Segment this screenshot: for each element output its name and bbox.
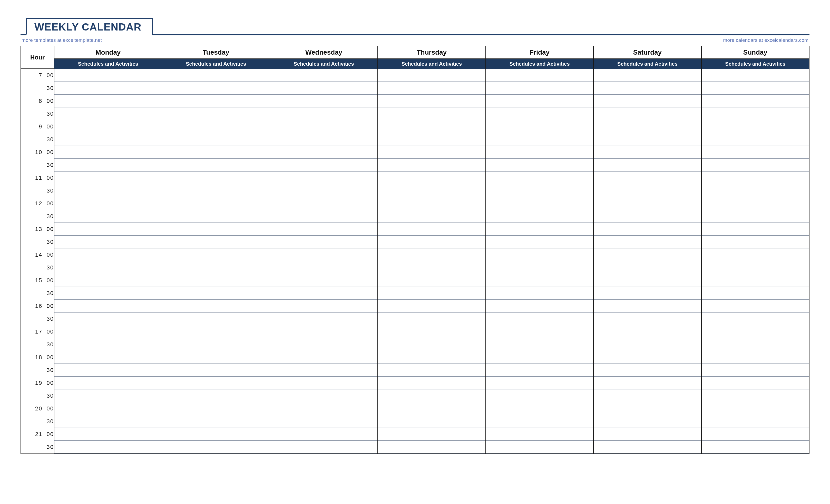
schedule-cell[interactable] — [486, 415, 594, 428]
schedule-cell[interactable] — [162, 274, 270, 287]
schedule-cell[interactable] — [701, 223, 809, 236]
schedule-cell[interactable] — [594, 120, 701, 133]
schedule-cell[interactable] — [162, 223, 270, 236]
schedule-cell[interactable] — [162, 133, 270, 146]
schedule-cell[interactable] — [594, 287, 701, 300]
schedule-cell[interactable] — [270, 402, 378, 415]
schedule-cell[interactable] — [270, 236, 378, 248]
schedule-cell[interactable] — [594, 441, 701, 454]
schedule-cell[interactable] — [54, 248, 162, 261]
schedule-cell[interactable] — [594, 82, 701, 95]
schedule-cell[interactable] — [162, 402, 270, 415]
schedule-cell[interactable] — [594, 146, 701, 159]
schedule-cell[interactable] — [270, 351, 378, 364]
schedule-cell[interactable] — [701, 287, 809, 300]
schedule-cell[interactable] — [701, 402, 809, 415]
schedule-cell[interactable] — [486, 338, 594, 351]
schedule-cell[interactable] — [270, 69, 378, 82]
schedule-cell[interactable] — [270, 377, 378, 390]
link-templates[interactable]: more templates at exceltemplate.net — [22, 37, 102, 43]
schedule-cell[interactable] — [270, 428, 378, 441]
schedule-cell[interactable] — [54, 133, 162, 146]
schedule-cell[interactable] — [162, 159, 270, 171]
schedule-cell[interactable] — [54, 287, 162, 300]
schedule-cell[interactable] — [270, 120, 378, 133]
schedule-cell[interactable] — [162, 210, 270, 223]
schedule-cell[interactable] — [270, 287, 378, 300]
schedule-cell[interactable] — [378, 415, 485, 428]
schedule-cell[interactable] — [701, 390, 809, 402]
schedule-cell[interactable] — [54, 428, 162, 441]
schedule-cell[interactable] — [486, 95, 594, 107]
schedule-cell[interactable] — [701, 441, 809, 454]
schedule-cell[interactable] — [162, 184, 270, 197]
schedule-cell[interactable] — [594, 364, 701, 377]
schedule-cell[interactable] — [486, 146, 594, 159]
schedule-cell[interactable] — [378, 312, 485, 325]
schedule-cell[interactable] — [594, 338, 701, 351]
schedule-cell[interactable] — [701, 274, 809, 287]
schedule-cell[interactable] — [701, 338, 809, 351]
schedule-cell[interactable] — [594, 236, 701, 248]
schedule-cell[interactable] — [378, 402, 485, 415]
schedule-cell[interactable] — [486, 120, 594, 133]
schedule-cell[interactable] — [701, 69, 809, 82]
schedule-cell[interactable] — [378, 364, 485, 377]
schedule-cell[interactable] — [701, 415, 809, 428]
schedule-cell[interactable] — [378, 248, 485, 261]
schedule-cell[interactable] — [701, 159, 809, 171]
schedule-cell[interactable] — [162, 441, 270, 454]
schedule-cell[interactable] — [378, 223, 485, 236]
schedule-cell[interactable] — [270, 390, 378, 402]
schedule-cell[interactable] — [701, 171, 809, 184]
schedule-cell[interactable] — [594, 402, 701, 415]
schedule-cell[interactable] — [162, 120, 270, 133]
schedule-cell[interactable] — [54, 120, 162, 133]
schedule-cell[interactable] — [486, 197, 594, 210]
schedule-cell[interactable] — [270, 364, 378, 377]
schedule-cell[interactable] — [54, 300, 162, 312]
schedule-cell[interactable] — [270, 133, 378, 146]
schedule-cell[interactable] — [54, 261, 162, 274]
schedule-cell[interactable] — [54, 274, 162, 287]
schedule-cell[interactable] — [486, 236, 594, 248]
schedule-cell[interactable] — [378, 171, 485, 184]
schedule-cell[interactable] — [270, 171, 378, 184]
schedule-cell[interactable] — [270, 248, 378, 261]
schedule-cell[interactable] — [378, 261, 485, 274]
schedule-cell[interactable] — [594, 107, 701, 120]
schedule-cell[interactable] — [54, 441, 162, 454]
schedule-cell[interactable] — [270, 415, 378, 428]
schedule-cell[interactable] — [162, 428, 270, 441]
schedule-cell[interactable] — [594, 133, 701, 146]
schedule-cell[interactable] — [162, 197, 270, 210]
schedule-cell[interactable] — [486, 300, 594, 312]
schedule-cell[interactable] — [270, 146, 378, 159]
schedule-cell[interactable] — [162, 95, 270, 107]
schedule-cell[interactable] — [54, 402, 162, 415]
schedule-cell[interactable] — [486, 171, 594, 184]
schedule-cell[interactable] — [594, 351, 701, 364]
schedule-cell[interactable] — [486, 402, 594, 415]
schedule-cell[interactable] — [270, 338, 378, 351]
schedule-cell[interactable] — [54, 210, 162, 223]
schedule-cell[interactable] — [54, 236, 162, 248]
schedule-cell[interactable] — [162, 364, 270, 377]
schedule-cell[interactable] — [378, 82, 485, 95]
schedule-cell[interactable] — [378, 210, 485, 223]
schedule-cell[interactable] — [162, 325, 270, 338]
schedule-cell[interactable] — [54, 82, 162, 95]
schedule-cell[interactable] — [54, 377, 162, 390]
schedule-cell[interactable] — [594, 300, 701, 312]
schedule-cell[interactable] — [162, 287, 270, 300]
schedule-cell[interactable] — [486, 159, 594, 171]
schedule-cell[interactable] — [270, 95, 378, 107]
schedule-cell[interactable] — [54, 325, 162, 338]
schedule-cell[interactable] — [378, 274, 485, 287]
schedule-cell[interactable] — [701, 197, 809, 210]
schedule-cell[interactable] — [54, 197, 162, 210]
schedule-cell[interactable] — [378, 300, 485, 312]
schedule-cell[interactable] — [54, 184, 162, 197]
schedule-cell[interactable] — [378, 441, 485, 454]
schedule-cell[interactable] — [270, 197, 378, 210]
